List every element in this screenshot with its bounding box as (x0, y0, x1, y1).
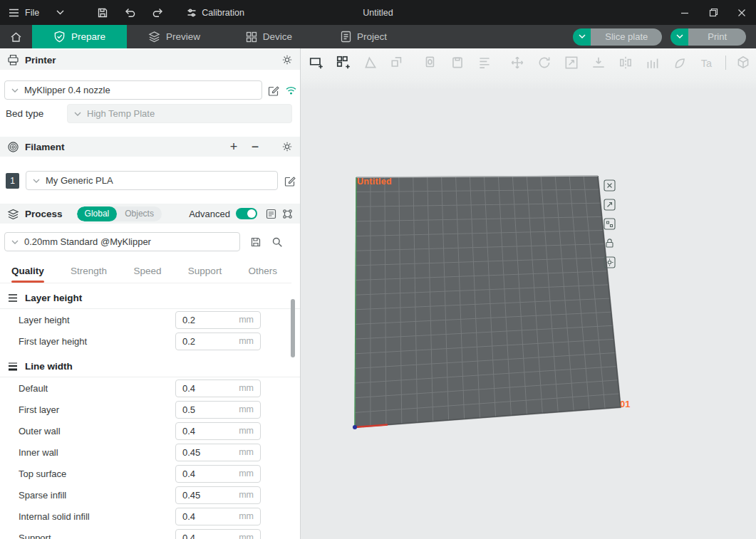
print-button[interactable]: Print (670, 28, 746, 46)
param-input[interactable]: 0.2mm (175, 333, 261, 350)
param-unit: mm (239, 469, 254, 478)
seam-painting-button[interactable] (670, 53, 690, 73)
rotate-button[interactable] (534, 53, 554, 73)
sidebar-scrollbar[interactable] (291, 299, 295, 357)
tab-others[interactable]: Others (248, 259, 277, 283)
process-section-header: Process Global Objects Advanced (0, 204, 300, 224)
tab-prepare[interactable]: Prepare (32, 25, 127, 48)
param-input[interactable]: 0.45mm (175, 486, 261, 504)
delete-plate-button[interactable] (604, 179, 616, 192)
merge-objects-button[interactable] (388, 53, 408, 73)
cut-button[interactable] (616, 53, 636, 73)
file-menu-button[interactable]: File (25, 0, 45, 25)
minimize-button[interactable] (670, 0, 699, 25)
print-label: Print (688, 28, 746, 46)
assembly-view-button[interactable] (733, 53, 753, 73)
maximize-button[interactable] (699, 0, 727, 25)
param-input[interactable]: 0.45mm (175, 444, 261, 461)
param-unit: mm (239, 315, 254, 325)
toolbar-separator (725, 56, 726, 70)
copy-button[interactable] (420, 53, 440, 73)
scope-global-option[interactable]: Global (77, 206, 118, 221)
advanced-toggle-switch[interactable] (236, 208, 257, 219)
close-button[interactable] (727, 0, 756, 25)
filament-preset-dropdown[interactable]: My Generic PLA (26, 171, 278, 190)
section-title: Layer height (25, 293, 82, 303)
edit-filament-icon[interactable] (284, 175, 296, 187)
calibration-icon (187, 8, 197, 18)
param-input[interactable]: 0.5mm (175, 401, 261, 419)
param-input[interactable]: 0.2mm (175, 311, 261, 329)
print-options-chevron-icon[interactable] (670, 28, 688, 46)
chevron-down-icon (56, 10, 64, 15)
lock-plate-button[interactable] (604, 237, 616, 249)
param-input[interactable]: 0.4mm (175, 508, 261, 525)
tab-project[interactable]: Project (316, 25, 411, 48)
preset-detail-list-icon[interactable] (266, 209, 276, 219)
arrange-all-button[interactable] (333, 53, 353, 73)
parameter-structure-icon[interactable] (282, 209, 293, 219)
z-axis-origin-dot (353, 425, 357, 429)
filament-row: 1 My Generic PLA (6, 171, 296, 190)
filament-preset-value: My Generic PLA (46, 175, 113, 186)
flatten-button[interactable] (589, 53, 609, 73)
move-button[interactable] (507, 53, 527, 73)
app-menu-button[interactable] (0, 0, 25, 25)
slice-plate-button[interactable]: Slice plate (573, 28, 662, 46)
printer-settings-gear-icon[interactable] (281, 54, 293, 66)
printer-preset-dropdown[interactable]: MyKlipper 0.4 nozzle (4, 80, 262, 100)
scale-button[interactable] (561, 53, 581, 73)
filament-slot-badge[interactable]: 1 (6, 173, 19, 189)
param-input[interactable]: 0.4mm (175, 529, 261, 539)
save-icon (97, 7, 108, 19)
paste-button[interactable] (447, 53, 467, 73)
auto-orient-button[interactable] (361, 53, 380, 73)
main-tabbar: Prepare Preview Device Project Slice pla… (0, 25, 756, 48)
printer-section-header: Printer (0, 50, 300, 70)
tab-speed[interactable]: Speed (133, 259, 161, 283)
scope-objects-option[interactable]: Objects (117, 206, 162, 221)
param-input[interactable]: 0.4mm (175, 380, 261, 397)
param-input[interactable]: 0.4mm (175, 465, 261, 483)
param-value: 0.4 (182, 426, 195, 436)
param-value: 0.45 (182, 490, 200, 501)
bed-type-dropdown[interactable]: High Temp Plate (67, 104, 292, 123)
calibration-button[interactable]: Calibration (181, 0, 250, 25)
tab-support[interactable]: Support (188, 259, 222, 283)
remove-filament-button[interactable]: − (247, 140, 263, 153)
tab-preview[interactable]: Preview (127, 25, 222, 48)
viewport-3d[interactable]: Ta Untitled 01 (301, 48, 756, 539)
process-preset-dropdown[interactable]: 0.20mm Standard @MyKlipper (4, 232, 240, 251)
home-button[interactable] (0, 25, 32, 48)
add-plate-button[interactable] (306, 53, 326, 73)
plate-settings-button[interactable] (604, 256, 616, 268)
variable-layer-height-button[interactable] (475, 53, 494, 73)
search-parameters-icon[interactable] (271, 236, 283, 248)
param-row: Inner wall 0.45mm (0, 441, 300, 463)
tab-quality[interactable]: Quality (11, 259, 44, 283)
filament-settings-gear-icon[interactable] (281, 141, 293, 152)
file-menu-chevron[interactable] (51, 0, 70, 25)
wifi-connection-icon[interactable] (285, 85, 297, 95)
undo-button[interactable] (118, 0, 142, 25)
edit-printer-icon[interactable] (268, 85, 279, 96)
support-painting-button[interactable] (643, 53, 663, 73)
save-preset-icon[interactable] (250, 236, 262, 248)
param-value: 0.45 (182, 447, 200, 458)
build-plate[interactable] (301, 48, 756, 539)
param-row: Outer wall 0.4mm (0, 420, 300, 441)
calibration-label: Calibration (202, 8, 244, 18)
add-filament-button[interactable]: + (226, 140, 242, 153)
tab-device[interactable]: Device (222, 25, 316, 48)
slice-options-chevron-icon[interactable] (573, 28, 591, 46)
tab-strength[interactable]: Strength (71, 259, 107, 283)
advanced-label: Advanced (189, 209, 230, 219)
text-tool-button[interactable]: Ta (697, 53, 717, 73)
orient-plate-button[interactable] (604, 199, 616, 211)
arrange-plate-button[interactable] (604, 218, 616, 230)
redo-button[interactable] (146, 0, 170, 25)
param-unit: mm (239, 533, 254, 539)
param-input[interactable]: 0.4mm (175, 422, 261, 440)
save-button[interactable] (91, 0, 114, 25)
plate-name-label[interactable]: Untitled (357, 177, 392, 187)
